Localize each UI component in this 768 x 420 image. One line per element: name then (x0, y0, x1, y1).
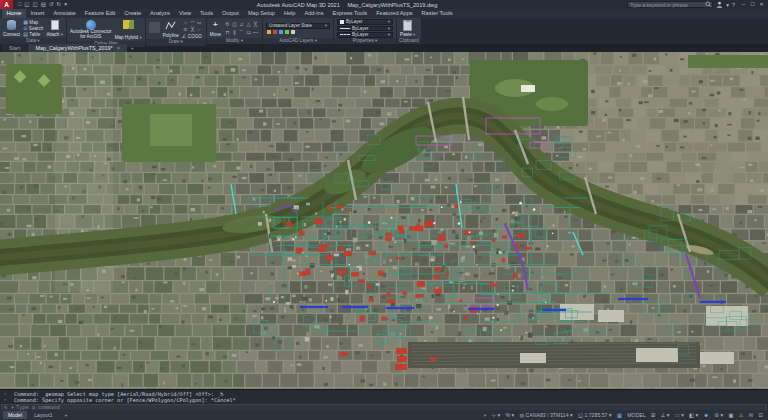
lineweight-dropdown[interactable]: ByLayer▾ (337, 26, 393, 32)
status-quick-properties[interactable]: % ▾ (503, 411, 516, 420)
ribbon-tab-home[interactable]: Home (2, 9, 26, 18)
ribbon-tab-insert[interactable]: Insert (26, 9, 49, 18)
sign-in-icon[interactable] (716, 1, 723, 9)
modify-tool-icon-1[interactable]: ◫ (231, 20, 238, 29)
status-model-space[interactable]: MODEL (625, 411, 648, 420)
account-dropdown-icon[interactable]: ▾ (726, 2, 729, 8)
ribbon-tab-tools[interactable]: Tools (196, 9, 218, 18)
ribbon-tab-raster-tools[interactable]: Raster Tools (417, 9, 457, 18)
new-layout-button[interactable]: + (60, 411, 73, 419)
close-button[interactable]: × (757, 0, 766, 9)
status-annotation-scale[interactable]: ◱ 1:7285.57 ▾ (576, 411, 614, 420)
redo-icon[interactable]: ↻ (57, 0, 62, 9)
modify-tool-icon-8[interactable]: ▭ (245, 28, 252, 37)
map-viewport[interactable] (0, 52, 768, 389)
ribbon-tab-annotate[interactable]: Annotate (49, 9, 80, 18)
inactive-tool-button[interactable] (149, 19, 160, 39)
restore-button[interactable]: □ (748, 0, 757, 9)
status-snap-mode[interactable]: ⊹ ▾ (490, 411, 503, 420)
layout1-tab[interactable]: Layout1 (29, 411, 57, 419)
search-button[interactable]: ⊙Search (23, 25, 43, 31)
layer-state-dropdown[interactable]: Unsaved Layer State▾ (266, 23, 330, 29)
status-lineweight-display[interactable]: ▭ ▾ (673, 411, 686, 420)
draw-tool-icon-4[interactable]: ╳ (189, 26, 196, 33)
draw-tool-icon-2[interactable]: ▭ (196, 19, 203, 26)
ribbon-tab-express-tools[interactable]: Express Tools (328, 9, 372, 18)
panel-label-properties[interactable]: Properties ▾ (334, 38, 396, 45)
undo-icon[interactable]: ↺ (49, 0, 54, 9)
status-snap-toggle[interactable]: ⊞ (649, 411, 658, 420)
new-tab-button[interactable]: + (128, 44, 137, 52)
close-tab-icon[interactable]: × (117, 44, 120, 52)
status-selection-cycling[interactable]: ⌖ (481, 411, 488, 420)
model-tab[interactable]: Model (3, 411, 27, 419)
ribbon-tab-create[interactable]: Create (120, 9, 146, 18)
layer-tool-icon-0[interactable] (267, 30, 271, 34)
layer-tool-icon-3[interactable] (285, 30, 289, 34)
new-icon[interactable]: □ (18, 0, 21, 9)
ribbon-tab-add-ins[interactable]: Add-ins (300, 9, 328, 18)
connect-button[interactable]: Connect (3, 19, 20, 38)
minimize-button[interactable]: – (739, 0, 748, 9)
modify-tool-icon-4[interactable]: ╳ (252, 20, 259, 29)
status-performance-warning[interactable]: ⚠ (737, 411, 746, 420)
panel-label-draw[interactable]: Draw ▾ (146, 39, 206, 46)
attach-button[interactable]: Attach ▾ (46, 19, 63, 38)
layer-tool-icon-1[interactable] (273, 30, 277, 34)
map-hybrid-button[interactable]: Map Hybrid ▾ (115, 19, 142, 41)
autocad-logo-icon[interactable]: A (0, 0, 13, 9)
draw-tool-icon-3[interactable]: ⊙ (182, 26, 189, 33)
layer-tool-icon-4[interactable] (291, 30, 295, 34)
status-hardware-acceleration[interactable]: ▣ (726, 411, 735, 420)
ribbon-tab-feature-edit[interactable]: Feature Edit (80, 9, 119, 18)
paste-button[interactable]: Paste ▾ (400, 19, 415, 38)
search-input[interactable] (628, 2, 705, 8)
status-polar-tracking[interactable]: ∠ ▾ (659, 411, 672, 420)
map-button[interactable]: ▦Map (23, 19, 43, 25)
save-icon[interactable]: ◰ (33, 0, 38, 9)
ribbon-tab-output[interactable]: Output (218, 9, 244, 18)
move-button[interactable]: + Move (210, 19, 221, 38)
modify-tool-icon-3[interactable]: △ (245, 20, 252, 29)
ribbon-tab-map-setup[interactable]: Map Setup (243, 9, 279, 18)
search-icon[interactable] (705, 1, 712, 9)
modify-tool-icon-2[interactable]: ▱ (238, 20, 245, 29)
modify-tool-icon-5[interactable]: ⊓ (224, 28, 231, 37)
command-input[interactable] (16, 404, 766, 410)
print-icon[interactable]: ▤ (41, 0, 46, 9)
help-icon[interactable]: ? (732, 2, 735, 8)
panel-label-autocad-layers[interactable]: AutoCAD Layers ▾ (263, 38, 333, 45)
modify-tool-icon-7[interactable]: ⌒ (238, 28, 245, 37)
status-clean-screen[interactable]: ⊡ (756, 411, 765, 420)
polyline-button[interactable]: Polyline (163, 19, 179, 39)
qat-dropdown-icon[interactable]: ▾ (64, 0, 67, 9)
polyline-icon (165, 20, 176, 31)
panel-label-modify[interactable]: Modify ▾ (207, 38, 262, 45)
tab-start[interactable]: Start (2, 44, 27, 52)
draw-tool-icon-1[interactable]: ◠ (189, 19, 196, 26)
status-grid-display[interactable]: ▦ (615, 411, 624, 420)
command-recent-dropdown-icon[interactable]: ▾ (9, 404, 16, 410)
modify-tool-icon-6[interactable]: ∥ (231, 28, 238, 37)
arcgis-connector-button[interactable]: Autodesk Connectorfor ArcGIS (70, 19, 112, 41)
open-icon[interactable]: ◱ (24, 0, 29, 9)
status-notifications[interactable]: ✉ (747, 411, 756, 420)
status-customization[interactable]: ⚙ ▾ (712, 411, 725, 420)
tab-drawing[interactable]: Map_CalgaryWithPlusTS_2019* × (28, 44, 126, 52)
draw-tool-icon-5[interactable]: ⋯ (196, 26, 203, 33)
ribbon-tab-analyze[interactable]: Analyze (146, 9, 175, 18)
layer-tool-icon-2[interactable] (279, 30, 283, 34)
status-isolate-objects[interactable]: ☻ (701, 411, 711, 420)
table-button[interactable]: ▤Table (23, 31, 43, 37)
modify-tool-icon-0[interactable]: ↻ (224, 20, 231, 29)
modify-tool-icon-9[interactable]: — (252, 28, 259, 37)
object-color-dropdown[interactable]: ByLayer▾ (337, 19, 393, 25)
status-transparency[interactable]: ◧ ▾ (687, 411, 700, 420)
command-customize-icon[interactable]: ✎ (2, 404, 9, 410)
draw-tool-icon-0[interactable]: ○ (182, 19, 189, 26)
ribbon-tab-featured-apps[interactable]: Featured Apps (372, 9, 417, 18)
aerial-map-canvas[interactable] (0, 52, 768, 389)
ribbon-tab-view[interactable]: View (175, 9, 196, 18)
ribbon-tab-help[interactable]: Help (279, 9, 300, 18)
status-coordinate-system[interactable]: ◍ CANA83 / 3TM114 ▾ (517, 411, 575, 420)
